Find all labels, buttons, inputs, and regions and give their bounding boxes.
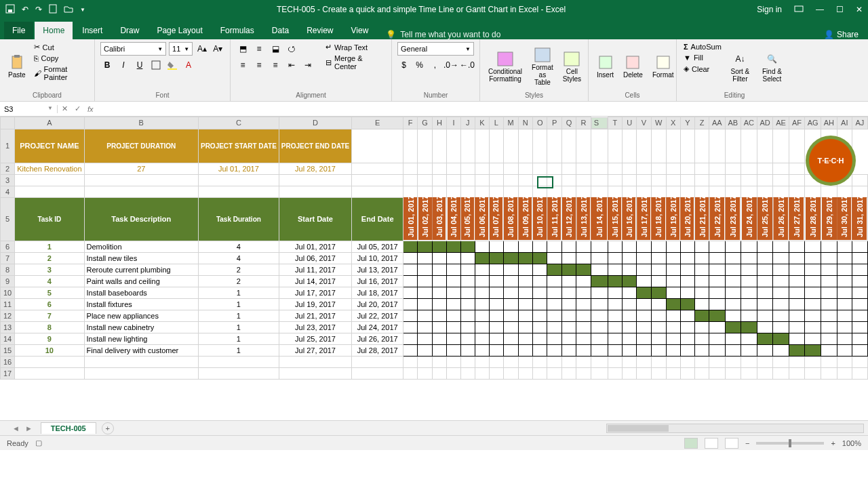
cell[interactable] bbox=[15, 367, 84, 379]
cell[interactable] bbox=[741, 186, 757, 197]
gantt-cell[interactable] bbox=[622, 241, 636, 252]
gantt-cell[interactable] bbox=[518, 275, 532, 287]
cell[interactable] bbox=[757, 174, 773, 186]
proj-name-hdr[interactable]: PROJECT NAME bbox=[15, 129, 84, 163]
task-id[interactable]: 3 bbox=[15, 264, 84, 275]
gantt-cell[interactable] bbox=[591, 310, 608, 321]
col-header-AF[interactable]: AF bbox=[789, 117, 804, 129]
gantt-cell[interactable] bbox=[757, 321, 773, 333]
task-desc[interactable]: Install fixtures bbox=[84, 298, 198, 310]
enter-formula-icon[interactable]: ✓ bbox=[75, 104, 81, 113]
cell[interactable] bbox=[15, 186, 84, 197]
gantt-cell[interactable] bbox=[789, 264, 804, 275]
gantt-cell[interactable] bbox=[475, 275, 489, 287]
gantt-cell[interactable] bbox=[680, 298, 694, 310]
cell[interactable] bbox=[789, 129, 804, 163]
cell[interactable] bbox=[608, 174, 622, 186]
gantt-cell[interactable] bbox=[475, 287, 489, 298]
date-hdr-28[interactable]: Jul 29, 2017 bbox=[821, 197, 837, 241]
gantt-cell[interactable] bbox=[837, 275, 852, 287]
gantt-cell[interactable] bbox=[695, 241, 709, 252]
cell[interactable] bbox=[418, 186, 433, 197]
gantt-cell[interactable] bbox=[695, 287, 709, 298]
sheet-tab-active[interactable]: TECH-005 bbox=[41, 422, 96, 434]
tab-data[interactable]: Data bbox=[264, 22, 297, 39]
col-header-AA[interactable]: AA bbox=[709, 117, 725, 129]
task-ed[interactable]: Jul 20, 2017 bbox=[352, 298, 403, 310]
gantt-cell[interactable] bbox=[789, 310, 804, 321]
gantt-cell[interactable] bbox=[576, 275, 591, 287]
cell[interactable] bbox=[695, 163, 709, 174]
sheet-nav-prev-icon[interactable]: ◄ bbox=[12, 424, 20, 432]
row-header-6[interactable]: 6 bbox=[1, 241, 15, 252]
cell[interactable] bbox=[695, 367, 709, 379]
task-id[interactable]: 7 bbox=[15, 310, 84, 321]
task-id[interactable]: 2 bbox=[15, 252, 84, 264]
cell[interactable] bbox=[489, 174, 503, 186]
gantt-cell[interactable] bbox=[725, 344, 741, 356]
gantt-cell[interactable] bbox=[695, 310, 709, 321]
gantt-cell[interactable] bbox=[651, 310, 666, 321]
cell[interactable] bbox=[432, 356, 446, 367]
tab-formulas[interactable]: Formulas bbox=[212, 22, 262, 39]
cell[interactable] bbox=[773, 163, 789, 174]
align-left-icon[interactable]: ≡ bbox=[236, 58, 250, 72]
cell[interactable] bbox=[447, 174, 461, 186]
col-header-X[interactable]: X bbox=[666, 117, 680, 129]
cell[interactable] bbox=[666, 356, 680, 367]
gantt-cell[interactable] bbox=[837, 310, 852, 321]
gantt-cell[interactable] bbox=[805, 264, 821, 275]
cell[interactable] bbox=[757, 367, 773, 379]
clear-button[interactable]: ◈ Clear bbox=[682, 64, 723, 74]
gantt-cell[interactable] bbox=[622, 298, 636, 310]
delete-cells-button[interactable]: Delete bbox=[620, 42, 646, 92]
gantt-cell[interactable] bbox=[773, 264, 789, 275]
cell[interactable] bbox=[561, 367, 576, 379]
gantt-cell[interactable] bbox=[680, 252, 694, 264]
gantt-cell[interactable] bbox=[561, 287, 576, 298]
cell[interactable] bbox=[591, 186, 608, 197]
cell[interactable] bbox=[709, 356, 725, 367]
cell[interactable] bbox=[680, 163, 694, 174]
task-ed[interactable]: Jul 16, 2017 bbox=[352, 275, 403, 287]
cell[interactable] bbox=[561, 356, 576, 367]
col-header-J[interactable]: J bbox=[460, 117, 475, 129]
name-box[interactable]: S3▼ bbox=[0, 105, 58, 113]
sheet-nav-next-icon[interactable]: ► bbox=[25, 424, 33, 432]
cell[interactable] bbox=[198, 186, 279, 197]
row-header-16[interactable]: 16 bbox=[1, 356, 15, 367]
gantt-cell[interactable] bbox=[651, 275, 666, 287]
cell[interactable] bbox=[622, 356, 636, 367]
gantt-cell[interactable] bbox=[757, 333, 773, 344]
cell[interactable] bbox=[561, 174, 576, 186]
gantt-cell[interactable] bbox=[837, 321, 852, 333]
task-sd[interactable]: Jul 23, 2017 bbox=[279, 321, 351, 333]
gantt-cell[interactable] bbox=[666, 310, 680, 321]
cell[interactable] bbox=[447, 163, 461, 174]
gantt-cell[interactable] bbox=[637, 321, 651, 333]
cell[interactable] bbox=[837, 356, 852, 367]
gantt-cell[interactable] bbox=[852, 287, 867, 298]
gantt-cell[interactable] bbox=[821, 252, 837, 264]
gantt-cell[interactable] bbox=[622, 333, 636, 344]
cell[interactable] bbox=[576, 186, 591, 197]
gantt-cell[interactable] bbox=[460, 321, 475, 333]
cell[interactable] bbox=[475, 367, 489, 379]
gantt-cell[interactable] bbox=[709, 287, 725, 298]
horizontal-scrollbar[interactable] bbox=[606, 424, 864, 433]
task-desc[interactable]: Demolition bbox=[84, 241, 198, 252]
date-hdr-15[interactable]: Jul 16, 2017 bbox=[622, 197, 636, 241]
col-header-C[interactable]: C bbox=[198, 117, 279, 129]
gantt-cell[interactable] bbox=[432, 252, 446, 264]
gantt-cell[interactable] bbox=[418, 333, 433, 344]
gantt-cell[interactable] bbox=[666, 241, 680, 252]
cell[interactable] bbox=[432, 129, 446, 163]
gantt-cell[interactable] bbox=[789, 321, 804, 333]
bold-button[interactable]: B bbox=[100, 58, 114, 72]
task-sd[interactable]: Jul 01, 2017 bbox=[279, 241, 351, 252]
cell[interactable] bbox=[805, 186, 821, 197]
cell[interactable] bbox=[651, 129, 666, 163]
gantt-cell[interactable] bbox=[637, 310, 651, 321]
gantt-cell[interactable] bbox=[805, 252, 821, 264]
cell[interactable] bbox=[561, 163, 576, 174]
